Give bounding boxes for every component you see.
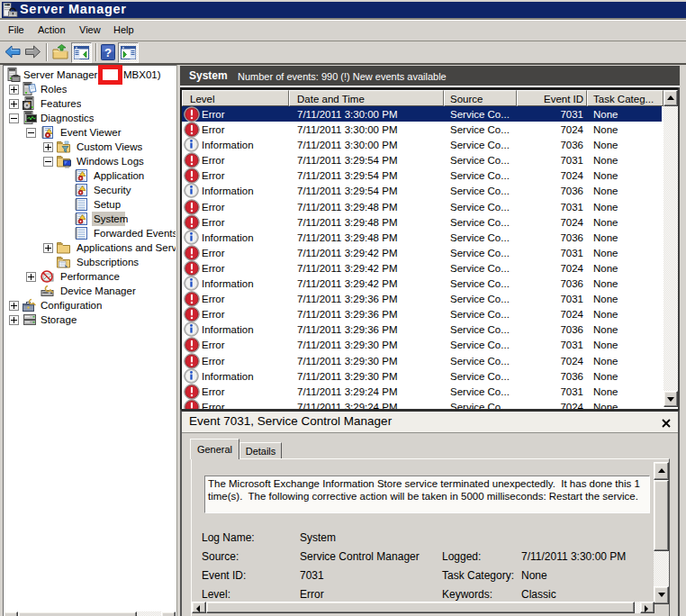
svg-text:?: ? <box>104 46 112 59</box>
